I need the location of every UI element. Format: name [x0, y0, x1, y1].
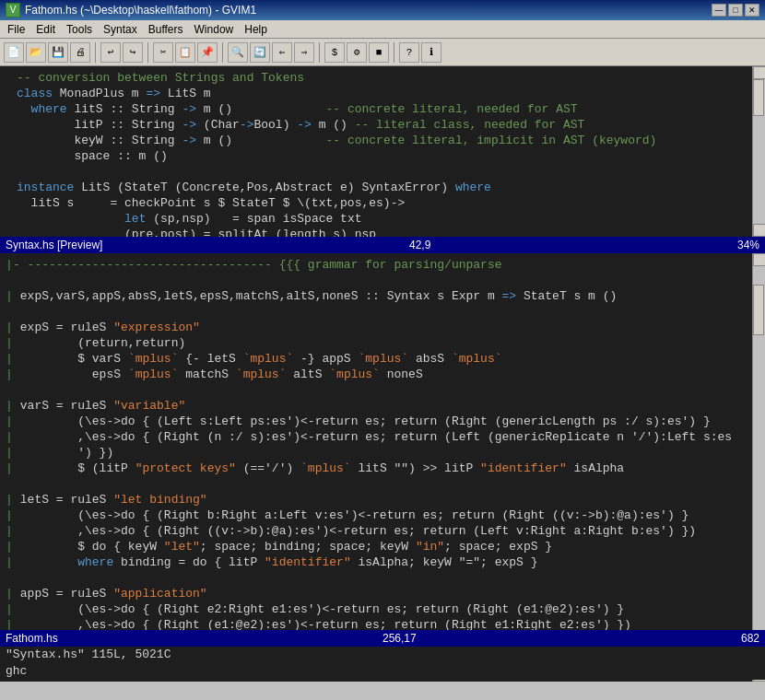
editor-container: -- conversion between Strings and Tokens… — [0, 66, 765, 682]
code-line: where litS :: String -> m () -- concrete… — [0, 101, 765, 117]
sep3 — [222, 42, 223, 63]
status-position-2: 256,17 — [382, 632, 417, 645]
status-bar-1: Syntax.hs [Preview] 42,9 34% — [0, 237, 765, 253]
code-line: (pre,post) = splitAt (length s) nsp — [0, 227, 765, 237]
browse2-btn[interactable]: ⇒ — [294, 42, 314, 63]
code-line: | $ (litP "protect keys" (=='/') `mplus`… — [0, 461, 765, 476]
code-line: | expS = ruleS "expression" — [0, 320, 765, 335]
undo-btn[interactable]: ↩ — [100, 42, 121, 63]
lower-pane[interactable]: | - ---------------------------------- {… — [0, 253, 765, 682]
menubar: File Edit Tools Syntax Buffers Window He… — [0, 20, 765, 39]
status-scroll-1: 34% — [737, 239, 759, 251]
sep5 — [394, 42, 394, 63]
scroll-thumb-2[interactable] — [753, 285, 764, 335]
redo-btn[interactable]: ↪ — [123, 42, 143, 63]
status-scroll-2: 682 — [741, 632, 759, 645]
upper-scrollbar[interactable]: ▲ ▼ — [752, 66, 765, 237]
status-position-1: 42,9 — [409, 239, 430, 251]
cmdline-1: "Syntax.hs" 115L, 5021C — [0, 647, 765, 663]
code-line — [0, 164, 765, 180]
code-line — [0, 570, 765, 586]
code-line: | ,\es->do { (Right (n :/ s):es')<-retur… — [0, 429, 765, 445]
titlebar: V Fathom.hs (~\Desktop\haskell\fathom) -… — [0, 0, 765, 20]
minimize-button[interactable]: — — [712, 4, 726, 17]
new-btn[interactable]: 📄 — [4, 42, 24, 63]
code-line: | expS,varS,appS,absS,letS,epsS,matchS,a… — [0, 288, 765, 304]
code-line: | letS = ruleS "let binding" — [0, 492, 765, 508]
toolbar: 📄 📂 💾 🖨 ↩ ↪ ✂ 📋 📌 🔍 🔄 ⇐ ⇒ $ ⚙ ■ ? ℹ — [0, 39, 765, 66]
code-line: -- conversion between Strings and Tokens — [0, 70, 765, 86]
code-line: | (\es->do { (Left s:Left ps:es')<-retur… — [0, 414, 765, 429]
cut-btn[interactable]: ✂ — [153, 42, 173, 63]
sep1 — [95, 42, 96, 63]
scroll-thumb[interactable] — [753, 79, 764, 116]
code-line: | epsS `mplus` matchS `mplus` altS `mplu… — [0, 367, 765, 382]
sep4 — [319, 42, 320, 63]
menu-tools[interactable]: Tools — [61, 21, 98, 38]
code-line: litP :: String -> (Char->Bool) -> m () -… — [0, 117, 765, 133]
scroll-down-arrow[interactable]: ▼ — [753, 224, 765, 237]
make-btn[interactable]: ⚙ — [347, 42, 367, 63]
menu-syntax[interactable]: Syntax — [98, 21, 143, 38]
menu-help[interactable]: Help — [239, 21, 273, 38]
titlebar-title: Fathom.hs (~\Desktop\haskell\fathom) - G… — [25, 4, 256, 17]
code-line — [0, 304, 765, 320]
titlebar-left: V Fathom.hs (~\Desktop\haskell\fathom) -… — [6, 3, 256, 18]
lower-scrollbar[interactable]: ▲ ▼ — [752, 253, 765, 682]
help-btn[interactable]: ? — [399, 42, 419, 63]
menu-buffers[interactable]: Buffers — [143, 21, 189, 38]
code-line: | where binding = do { litP "identifier"… — [0, 554, 765, 570]
find-btn[interactable]: 🔍 — [228, 42, 248, 63]
upper-pane[interactable]: -- conversion between Strings and Tokens… — [0, 66, 765, 237]
menu-edit[interactable]: Edit — [30, 21, 61, 38]
code-line: let (sp,nsp) = span isSpace txt — [0, 211, 765, 227]
status-bar-2: Fathom.hs 256,17 682 — [0, 630, 765, 647]
code-line: | - ---------------------------------- {… — [0, 257, 765, 273]
menu-file[interactable]: File — [2, 21, 30, 38]
menu-window[interactable]: Window — [189, 21, 240, 38]
code-line: | ') }) — [0, 445, 765, 461]
code-line — [0, 273, 765, 288]
maximize-button[interactable]: □ — [728, 4, 743, 17]
copy-btn[interactable]: 📋 — [175, 42, 195, 63]
cmdline-2: ghc — [0, 663, 765, 680]
scroll-up-arrow-2[interactable]: ▲ — [753, 253, 765, 266]
stop-btn[interactable]: ■ — [369, 42, 389, 63]
paste-btn[interactable]: 📌 — [197, 42, 218, 63]
scroll-track-2[interactable] — [753, 266, 765, 669]
shell-btn[interactable]: $ — [324, 42, 345, 63]
code-line: | ,\es->do { (Right ((v:->b):@a):es')<-r… — [0, 523, 765, 539]
sep2 — [147, 42, 148, 63]
code-line — [0, 476, 765, 492]
code-line: space :: m () — [0, 148, 765, 164]
replace-btn[interactable]: 🔄 — [250, 42, 270, 63]
print-btn[interactable]: 🖨 — [70, 42, 90, 63]
code-line: | appS = ruleS "application" — [0, 586, 765, 601]
browse-btn[interactable]: ⇐ — [272, 42, 292, 63]
save-btn[interactable]: 💾 — [48, 42, 68, 63]
status-filename-1: Syntax.hs [Preview] — [6, 239, 102, 251]
titlebar-buttons: — □ ✕ — [712, 4, 759, 17]
code-line: | $ do { keyW "let"; space; binding; spa… — [0, 539, 765, 554]
code-line: keyW :: String -> m () -- concrete liter… — [0, 133, 765, 148]
code-line: | (return,return) — [0, 335, 765, 351]
open-btn[interactable]: 📂 — [26, 42, 46, 63]
scroll-track[interactable] — [753, 79, 765, 224]
code-line: class MonadPlus m => LitS m — [0, 86, 765, 101]
scroll-up-arrow[interactable]: ▲ — [753, 66, 765, 79]
code-line: litS s = checkPoint s $ StateT $ \(txt,p… — [0, 195, 765, 211]
code-line: | varS = ruleS "variable" — [0, 398, 765, 414]
status-filename-2: Fathom.hs — [6, 632, 58, 645]
code-line: | (\es->do { (Right e2:Right e1:es')<-re… — [0, 601, 765, 617]
code-line — [0, 382, 765, 398]
app-icon: V — [6, 3, 20, 18]
close-button[interactable]: ✕ — [745, 4, 759, 17]
info-btn[interactable]: ℹ — [421, 42, 441, 63]
code-line: | (\es->do { (Right b:Right a:Left v:es'… — [0, 508, 765, 523]
code-line: instance LitS (StateT (Concrete,Pos,Abst… — [0, 180, 765, 195]
code-line: | $ varS `mplus` {- letS `mplus` -} appS… — [0, 351, 765, 367]
